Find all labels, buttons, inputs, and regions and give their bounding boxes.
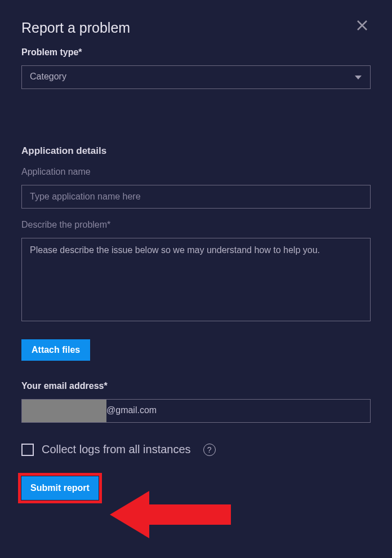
annotation-arrow xyxy=(110,486,234,545)
describe-problem-textarea[interactable] xyxy=(21,238,371,321)
submit-button-wrap: Submit report xyxy=(21,476,99,500)
describe-problem-label: Describe the problem* xyxy=(21,220,371,230)
close-icon xyxy=(355,19,369,32)
collect-logs-label: Collect logs from all instances xyxy=(42,443,191,456)
help-icon[interactable]: ? xyxy=(203,444,216,456)
email-domain-suffix: @gmail.com xyxy=(106,400,157,422)
collect-logs-row: Collect logs from all instances ? xyxy=(21,443,371,456)
problem-type-select[interactable]: Category xyxy=(21,65,371,89)
email-redacted-portion xyxy=(22,400,106,422)
collect-logs-checkbox[interactable] xyxy=(21,444,34,456)
report-problem-dialog: Report a problem Problem type* Category … xyxy=(0,0,392,558)
submit-report-button[interactable]: Submit report xyxy=(21,476,99,500)
dialog-title: Report a problem xyxy=(21,20,130,36)
email-field[interactable]: @gmail.com xyxy=(21,399,371,423)
close-button[interactable] xyxy=(354,17,371,34)
attach-files-button[interactable]: Attach files xyxy=(21,339,90,361)
application-details-header: Application details xyxy=(21,145,371,157)
problem-type-select-wrap: Category xyxy=(21,65,371,89)
svg-marker-3 xyxy=(110,491,231,538)
application-name-label: Application name xyxy=(21,167,371,177)
dialog-header: Report a problem xyxy=(21,20,371,36)
problem-type-label: Problem type* xyxy=(21,47,371,57)
application-name-input[interactable] xyxy=(21,185,371,209)
email-label: Your email address* xyxy=(21,381,371,391)
